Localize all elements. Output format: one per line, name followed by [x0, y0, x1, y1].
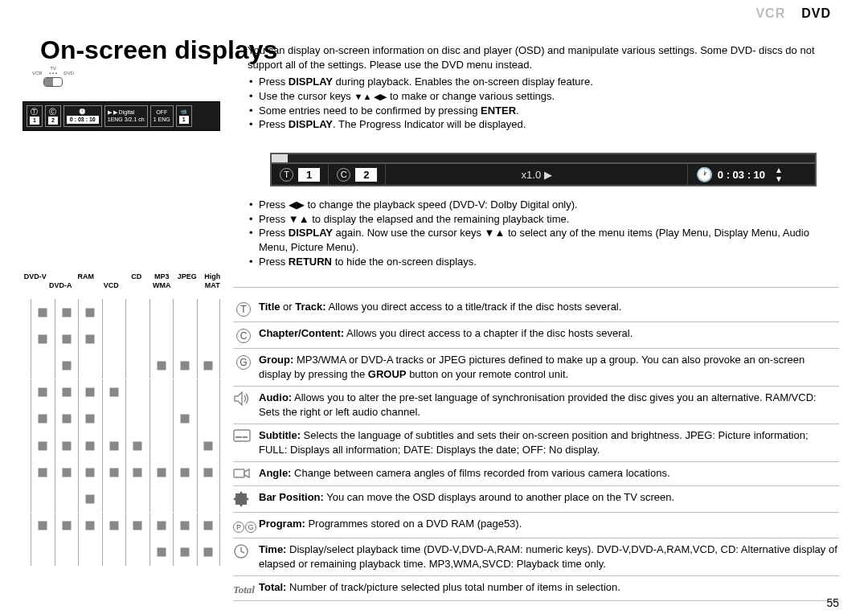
- desc-row: Bar Position: You can move the OSD displ…: [233, 486, 839, 513]
- grid-cell: [125, 459, 149, 485]
- osd-chapter-cell: C2: [329, 164, 386, 185]
- grid-cell: [31, 299, 55, 325]
- grid-cell: [149, 379, 174, 406]
- svg-rect-2: [243, 436, 248, 438]
- subtitle-icon: [233, 428, 254, 456]
- osd-title-number: 1: [298, 168, 320, 182]
- grid-cell: [55, 299, 79, 325]
- intro-bullet-4: Press DISPLAY. The Progress Indicator wi…: [248, 117, 839, 132]
- osd-time: 0 : 03 : 10: [718, 169, 765, 181]
- grid-cell: [173, 432, 197, 459]
- desc-text: Audio: Allows you to alter the pre-set l…: [259, 391, 839, 419]
- title-icon: T: [280, 168, 293, 182]
- format-header: [174, 281, 200, 290]
- osd-mini-sub-2: 1 ENG: [154, 117, 170, 123]
- grid-row: [31, 485, 220, 512]
- format-header: MP3: [149, 272, 175, 281]
- grid-cell: [102, 299, 126, 325]
- intro-text: You can display on-screen information on…: [248, 43, 839, 72]
- osd-mini-sub-1: OFF: [156, 109, 167, 116]
- format-header: WMA: [149, 281, 175, 290]
- format-header: [48, 272, 74, 281]
- desc-row: Time: Display/select playback time (DVD-…: [233, 538, 839, 576]
- grid-cell: [78, 459, 102, 485]
- divider: [233, 287, 839, 288]
- format-header: VCD: [99, 281, 125, 290]
- grid-cell: [125, 299, 149, 325]
- desc-text: Total: Number of track/picture selected …: [259, 580, 839, 596]
- grid-cell: [102, 539, 126, 566]
- grid-row: [31, 325, 220, 352]
- grid-cell: [125, 432, 149, 459]
- desc-row: Audio: Allows you to alter the pre-set l…: [233, 387, 839, 424]
- barpos-icon: [233, 490, 254, 507]
- grid-cell: [149, 325, 174, 352]
- tab-dvd: DVD: [793, 5, 839, 23]
- grid-cell: [102, 459, 126, 485]
- grid-cell: [173, 352, 197, 379]
- grid-cell: [173, 513, 197, 539]
- grid-cell: [197, 539, 221, 566]
- desc-text: Program: Programmes stored on a DVD RAM …: [259, 517, 839, 534]
- grid-cell: [55, 379, 79, 406]
- format-header: [23, 281, 48, 290]
- grid-cell: [125, 406, 149, 432]
- grid-cell: [78, 325, 102, 352]
- progress-fill: [272, 154, 288, 162]
- osd-progress-bar: T1 C2 x1.0 ▶ 🕐0 : 03 : 10▲▼: [270, 153, 817, 186]
- grid-cell: [102, 406, 126, 432]
- desc-row: Subtitle: Selects the language of subtit…: [233, 424, 839, 462]
- grid-cell: [31, 539, 55, 566]
- camera-icon: 📹: [180, 108, 187, 115]
- grid-cell: [197, 352, 221, 379]
- intro-paragraph-2: Press ◀▶ to change the playback speed (D…: [248, 198, 839, 268]
- osd-mini-chapter-num: 2: [48, 117, 58, 125]
- grid-row: [31, 513, 220, 539]
- tv-mini-indicator: TV VCR ▪ ▪ ▪ DVD: [32, 66, 74, 87]
- clock-icon: 🕐: [696, 166, 713, 183]
- osd-chapter-number: 2: [355, 168, 377, 182]
- desc-row: Angle: Change between camera angles of f…: [233, 462, 839, 486]
- grid-cell: [31, 432, 55, 459]
- desc-row: TTitle or Track: Allows you direct acces…: [233, 293, 839, 322]
- intro2-bullet-2: Press ▼▲ to display the elapsed and the …: [248, 212, 839, 227]
- grid-cell: [125, 379, 149, 406]
- desc-row: PGProgram: Programmes stored on a DVD RA…: [233, 513, 839, 539]
- grid-cell: [78, 432, 102, 459]
- osd-mini-audio-2: 1ENG 3/2.1 ch: [108, 117, 145, 123]
- grid-cell: [78, 299, 102, 325]
- grid-cell: [149, 406, 174, 432]
- grid-cell: [31, 459, 55, 485]
- grid-cell: [149, 539, 174, 566]
- PG-icon: PG: [233, 517, 254, 534]
- intro-bullet-3: Some entries need to be confirmed by pre…: [248, 104, 839, 118]
- progress-track: [272, 154, 815, 164]
- tv-label-left: VCR: [32, 71, 43, 76]
- svg-rect-4: [235, 493, 247, 505]
- grid-row: [31, 352, 220, 379]
- desc-text: Angle: Change between camera angles of f…: [259, 466, 839, 481]
- desc-text: Time: Display/select playback time (DVD-…: [259, 542, 839, 571]
- angle-icon: [233, 466, 254, 481]
- osd-time-cell: 🕐0 : 03 : 10▲▼: [688, 164, 815, 185]
- osd-mini-time: 0 : 03 : 10: [67, 116, 99, 124]
- grid-cell: [197, 513, 221, 539]
- svg-rect-3: [234, 469, 244, 477]
- grid-cell: [102, 432, 126, 459]
- grid-cell: [31, 406, 55, 432]
- grid-cell: [31, 352, 55, 379]
- intro-paragraph: You can display on-screen information on…: [248, 43, 839, 132]
- intro2-bullet-3: Press DISPLAY again. Now use the cursor …: [248, 226, 839, 254]
- T-icon: T: [233, 300, 254, 317]
- osd-speed: x1.0 ▶: [522, 169, 552, 181]
- cursor-arrows-icon: ▼▲ ◀▶: [354, 91, 387, 103]
- format-header: MAT: [200, 281, 226, 290]
- grid-row: [31, 539, 220, 566]
- grid-cell: [102, 325, 126, 352]
- grid-cell: [102, 352, 126, 379]
- chapter-icon: Ⓒ: [49, 108, 56, 117]
- grid-cell: [125, 539, 149, 566]
- grid-cell: [173, 325, 197, 352]
- grid-row: [31, 406, 220, 432]
- grid-cell: [197, 432, 221, 459]
